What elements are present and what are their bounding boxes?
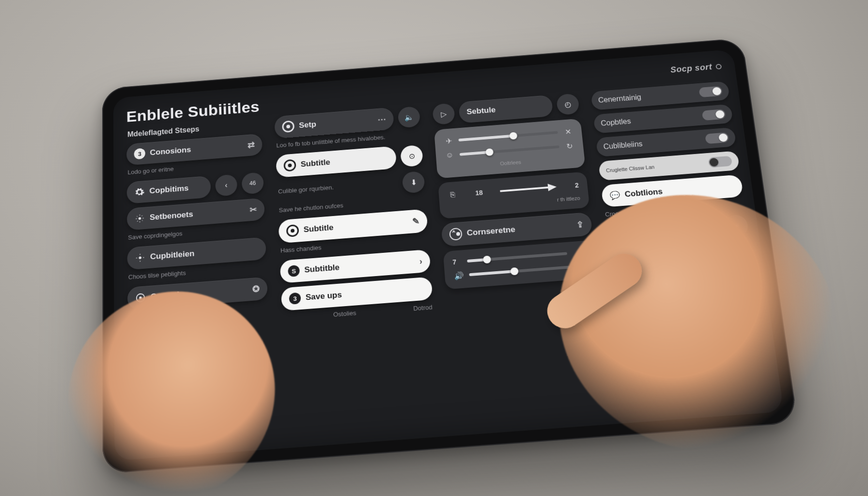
svg-point-1 [139,256,141,259]
column-4: Cenerntainig Copbtles Cublibleiins Crugl… [591,81,759,314]
camera-icon: 📷 [617,257,628,267]
share-icon[interactable]: ⇪ [576,219,584,230]
label: Subtitle [303,223,333,234]
svg-point-3 [139,296,142,299]
target-icon [283,159,296,171]
column-1: Mdeleflagted Stseps 3 Conosions ⇄ Lodo g… [126,118,269,351]
more-icon[interactable]: ⋯ [377,114,387,124]
column-2: Setp ⋯ 🔈 Loo fo fb tob unlittble of mess… [274,105,435,340]
label: Cuptions [629,227,666,239]
screen: Enblele Subiiitles Socp sort Mdeleflagte… [113,49,784,461]
svg-line-4 [500,187,548,191]
sun-icon[interactable]: ☀ [724,214,749,237]
label: Copbitims [149,184,188,196]
label: Cublibleiins [603,140,643,151]
slider-4[interactable] [469,265,570,276]
brand: Socp sort [670,62,722,75]
toggle[interactable] [708,156,732,168]
svg-point-0 [139,217,141,220]
value-41: 41 [578,248,586,257]
label: Cetpips [632,254,663,266]
scissors-icon[interactable]: ✂ [249,204,257,215]
label: Curgatio [151,290,185,302]
label: Sebtule [466,106,496,117]
toggle[interactable] [702,109,726,121]
chevron-right-icon[interactable]: › [419,256,422,266]
main-grid: Mdeleflagted Stseps 3 Conosions ⇄ Lodo g… [126,81,768,447]
down-arrow-icon[interactable]: ⬇ [402,171,425,194]
plane-icon: ✈ [443,136,454,146]
label: Cupbitleien [150,249,195,262]
share-icon[interactable]: ⇪ [640,289,666,312]
label: Cobtlions [624,187,663,199]
target-icon[interactable] [155,311,177,335]
label: Subtitble [304,263,340,275]
badge-s: S [288,265,300,277]
target-icon [286,224,299,237]
dotrod-label: Dotrod [413,304,433,312]
expand-icon[interactable]: ⊙ [400,145,423,167]
attachment-icon: ⎘ [447,189,458,200]
gear-icon [135,213,145,224]
label: Setp [299,120,316,130]
gear-icon [135,252,145,264]
play-icon[interactable]: ▷ [432,103,455,125]
slider-3[interactable] [467,252,568,263]
column-3: ▷ Sebtule ◴ ✈ ✕ ☺ [432,93,601,327]
prev-button[interactable]: ‹ [127,313,150,337]
slider-2[interactable] [460,145,559,156]
clock-icon[interactable]: ◴ [556,93,580,115]
footer-label: Altrin [574,263,587,270]
number-chip[interactable]: 46 [242,172,264,195]
badge-icon: ✪ [252,283,260,294]
gear-icon [135,292,146,303]
label: Copbtles [601,117,632,127]
helper: Culible gor rqurbien. [278,179,397,195]
label: Save ups [306,290,342,302]
svg-marker-5 [548,183,557,191]
label: Setbenoets [150,210,193,222]
star-icon[interactable]: ★ [209,307,232,331]
cuptions-button[interactable]: Cuptions [605,216,722,247]
label: Cornseretne [466,225,515,238]
helper: Cruglette Clissw Lan [606,164,655,173]
toggle-icon[interactable]: ⇄ [248,140,255,150]
loop-icon[interactable]: ↻ [563,140,575,151]
sidebar-item-curgatio[interactable]: Curgatio ✪ [127,277,268,310]
volume-icon[interactable]: 🔊 [453,270,465,281]
slider-card-1: ✈ ✕ ☺ ↻ Ooltrlees [434,119,586,179]
next-button[interactable]: › [182,309,204,333]
value-7: 7 [452,258,457,266]
toggle[interactable] [698,86,723,97]
arrow-card[interactable]: ⎘ 18 2 r th ittlezo [438,171,589,219]
value-18: 18 [475,189,483,197]
sebtule-button[interactable]: Sebtule [458,95,553,124]
chat-icon: 💬 [609,190,620,201]
info-icon[interactable] [715,63,722,69]
subtitle-button-1[interactable]: Subtitle [276,146,397,178]
smile-icon: ☺ [444,150,455,160]
value-2: 2 [574,182,579,189]
tablet-frame: Enblele Subiiitles Socp sort Mdeleflagte… [102,38,798,474]
slider-card-2: 7 41 🔊 Altrin [443,240,597,290]
prev-icon[interactable]: ‹ [215,174,237,197]
label: Cenerntainig [598,93,641,104]
edit-icon[interactable]: ✎ [412,216,420,227]
badge-3: 3 [289,292,301,304]
gear-icon [614,229,625,240]
close-icon[interactable]: ✕ [562,126,574,137]
svg-point-6 [618,233,621,236]
brand-label: Socp sort [670,62,713,75]
target-icon [282,120,294,133]
label: Conosions [150,145,191,157]
label: Subtitle [300,158,330,169]
gear-icon [134,186,145,197]
volume-icon[interactable]: 🔈 [398,106,420,128]
toggle[interactable] [705,132,729,144]
chevron-up-icon: ˄ [449,228,463,241]
cart-icon[interactable]: 🛒 [613,291,638,314]
badge-3: 3 [134,148,145,159]
arrow-right-icon [499,181,558,197]
sidebar-item-copbitims[interactable]: Copbitims [127,176,211,204]
slider-1[interactable] [458,131,558,142]
